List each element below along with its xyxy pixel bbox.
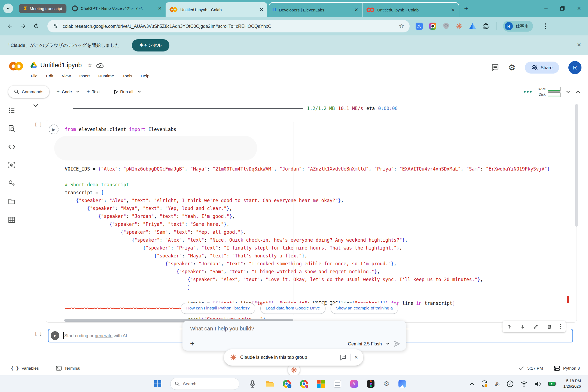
camera-extension-icon[interactable] (429, 23, 436, 30)
menu-edit[interactable]: Edit (46, 74, 53, 78)
code-cell[interactable]: ▶ from elevenlabs.client import ElevenLa… (46, 120, 577, 323)
code-lines[interactable]: from elevenlabs.client import ElevenLabs… (65, 126, 571, 323)
claude-toast[interactable]: Claude is active in this tab group × (224, 349, 363, 366)
notepad-app-icon[interactable] (334, 380, 341, 388)
delete-cell-icon[interactable] (547, 324, 552, 329)
find-replace-icon[interactable] (8, 125, 15, 132)
file-explorer-icon[interactable] (266, 380, 274, 388)
browser-menu-icon[interactable] (545, 23, 546, 29)
recorder-app-icon[interactable] (248, 380, 257, 388)
translate-icon[interactable]: 文 (416, 23, 423, 30)
terminal-button[interactable]: Terminal (56, 366, 80, 371)
tab-untitled0-colab[interactable]: Untitled0.ipynb - Colab ✕ (362, 3, 459, 17)
chrome-app-icon-2[interactable] (300, 380, 308, 388)
shield-extension-icon[interactable] (443, 23, 449, 30)
chat-bubble-icon[interactable] (340, 354, 346, 361)
figma-app-icon[interactable] (367, 380, 374, 388)
url-bar[interactable]: colab.research.google.com/drive/1_AUAw3V… (47, 20, 410, 32)
ai-prompt-panel[interactable]: What can I help you build? + Gemini 2.5 … (182, 321, 406, 351)
bookmark-star-icon[interactable]: ☆ (399, 23, 404, 30)
tab-close-icon[interactable]: ✕ (354, 7, 358, 13)
new-tab-button[interactable]: + (464, 4, 468, 13)
toast-close-icon[interactable]: × (354, 354, 358, 361)
cell-placeholder[interactable]: Start coding or generate with AI. (64, 333, 128, 338)
claude-fab[interactable] (288, 364, 300, 376)
tray-overflow-icon[interactable] (470, 382, 474, 385)
commands-button[interactable]: Commands (8, 86, 49, 98)
menu-file[interactable]: File (31, 74, 38, 78)
tab-elevenlabs[interactable]: II Developers | ElevenLabs ✕ (269, 3, 362, 17)
taskbar-search[interactable]: Search (170, 378, 239, 390)
star-notebook-icon[interactable]: ☆ (87, 62, 93, 69)
send-icon[interactable] (394, 341, 400, 347)
battery-icon[interactable] (548, 381, 556, 386)
site-controls-icon[interactable] (53, 23, 58, 29)
table-of-contents-icon[interactable] (8, 107, 15, 114)
taskbar-clock[interactable]: 5:18 PM 1/26/2026 (563, 378, 581, 389)
wifi-icon[interactable] (520, 381, 528, 387)
move-cell-down-icon[interactable] (520, 324, 525, 329)
chrome-app-icon[interactable]: R (283, 380, 291, 388)
ai-prompt-placeholder[interactable]: What can I help you build? (190, 326, 254, 332)
run-cell-button[interactable]: ▶ (51, 331, 59, 340)
secrets-key-icon[interactable] (8, 180, 15, 187)
browser-profile-chip[interactable]: R 仕事用 (503, 21, 533, 32)
menu-help[interactable]: Help (141, 74, 150, 78)
share-button[interactable]: Share (525, 62, 559, 74)
run-cell-button[interactable]: ▶ (49, 124, 59, 134)
account-avatar[interactable]: R (568, 61, 581, 74)
code-snippets-icon[interactable] (8, 143, 15, 150)
back-icon[interactable] (7, 23, 13, 29)
tab-group-meeting-transcript[interactable]: Meeting transcript (19, 4, 66, 13)
volume-icon[interactable] (534, 381, 541, 387)
resource-gauges[interactable]: RAM Disk (538, 87, 560, 97)
settings-gear-icon[interactable]: ⚙ (508, 63, 516, 72)
restore-button[interactable] (560, 6, 565, 11)
menu-tools[interactable]: Tools (123, 74, 132, 78)
resources-dropdown-icon[interactable] (566, 91, 570, 93)
data-table-icon[interactable] (8, 216, 15, 223)
tab-chatgpt[interactable]: ChatGPT - Rimo Voiceアクティベー ✕ (68, 0, 166, 17)
variable-inspector-icon[interactable] (8, 162, 15, 169)
menu-insert[interactable]: Insert (79, 74, 90, 78)
notebook-scrollbar[interactable] (575, 104, 578, 227)
comments-icon[interactable] (491, 64, 499, 71)
design-app-icon[interactable]: ✎ (350, 380, 358, 388)
tab-close-icon[interactable]: ✕ (260, 7, 263, 13)
tab-search-button[interactable] (3, 4, 13, 13)
menu-view[interactable]: View (62, 74, 71, 78)
move-cell-up-icon[interactable] (507, 324, 512, 329)
reload-icon[interactable] (33, 23, 39, 29)
start-button[interactable] (154, 380, 161, 387)
kernel-label[interactable]: Python 3 (563, 366, 580, 371)
clock-tray-icon[interactable] (507, 380, 514, 387)
minimize-button[interactable]: – (544, 5, 548, 12)
notebook-title[interactable]: Untitled1.ipynb (40, 62, 82, 69)
media-app-icon[interactable] (398, 380, 406, 388)
cell-more-icon[interactable] (560, 324, 561, 329)
ime-indicator[interactable]: あ (495, 381, 500, 387)
sync-tray-icon[interactable] (481, 380, 488, 387)
add-text-button[interactable]: +Text (87, 89, 100, 95)
chip-install-libraries[interactable]: How can I install Python libraries? (181, 303, 255, 314)
close-window-button[interactable]: × (577, 5, 581, 12)
triangle-extension-icon[interactable] (469, 23, 476, 29)
chip-load-drive-data[interactable]: Load data from Google Drive (260, 303, 325, 314)
variables-button[interactable]: { } Variables (11, 366, 39, 371)
claude-extension-icon[interactable] (456, 23, 462, 29)
cloud-saved-icon[interactable] (96, 62, 104, 68)
section-collapse-icon[interactable] (33, 104, 38, 107)
extensions-puzzle-icon[interactable] (483, 23, 489, 30)
tab-untitled1-colab[interactable]: Untitled1.ipynb - Colab ✕ (166, 2, 267, 17)
model-dropdown-icon[interactable] (386, 343, 389, 345)
edit-cell-icon[interactable] (534, 324, 538, 329)
add-code-dropdown-icon[interactable] (76, 91, 80, 93)
settings-app-icon[interactable]: ⚙ (383, 380, 389, 387)
infobar-close-icon[interactable]: × (577, 41, 581, 48)
office-app-icon[interactable] (317, 380, 325, 388)
files-icon[interactable] (8, 198, 15, 205)
connect-busy-icon[interactable] (524, 91, 532, 93)
attach-plus-button[interactable]: + (190, 340, 194, 347)
run-all-button[interactable]: Run all (114, 89, 133, 94)
tab-close-icon[interactable]: ✕ (451, 7, 455, 13)
